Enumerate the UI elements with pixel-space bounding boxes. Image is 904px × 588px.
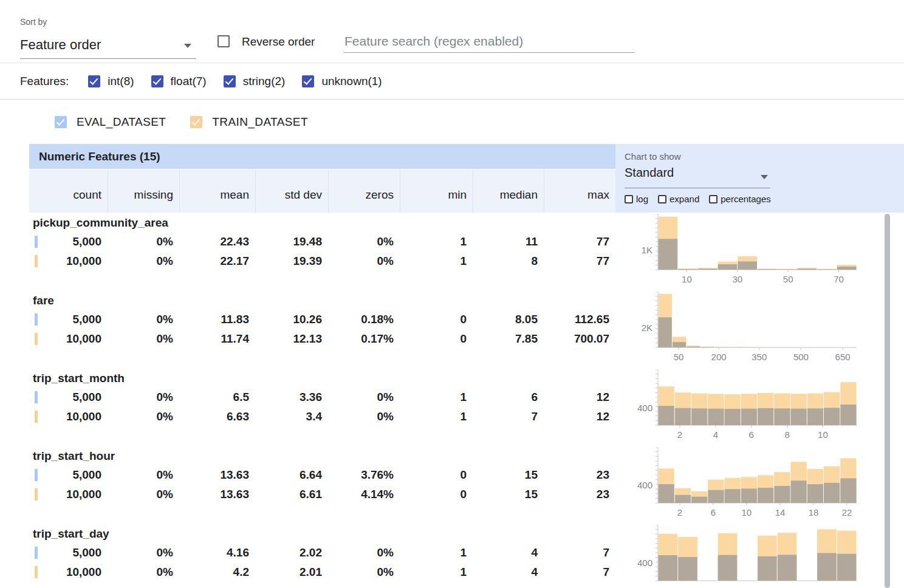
feature-block: trip_start_hour5,0000%13.636.643.76%0152… bbox=[29, 447, 615, 504]
cell-median: 8 bbox=[473, 255, 544, 268]
column-header-max: max bbox=[544, 169, 615, 213]
cell-count: 10,000 bbox=[29, 488, 108, 501]
feature-histogram: 2K50200350500650 bbox=[615, 292, 904, 369]
cell-count: 5,000 bbox=[29, 468, 108, 482]
histogram-svg: 1K10305070 bbox=[615, 214, 857, 287]
cell-zeros: 0.17% bbox=[328, 332, 400, 346]
svg-text:400: 400 bbox=[637, 403, 652, 413]
cell-missing: 0% bbox=[108, 566, 179, 579]
feature-type-label: unknown(1) bbox=[321, 75, 382, 88]
cell-max: 12 bbox=[544, 391, 615, 404]
cell-zeros: 3.76% bbox=[328, 468, 400, 482]
cell-zeros: 0.18% bbox=[328, 313, 400, 326]
expand-checkbox[interactable] bbox=[658, 195, 666, 203]
train-dataset-marker bbox=[35, 411, 38, 423]
cell-std-dev: 2.01 bbox=[255, 566, 328, 579]
cell-zeros: 0% bbox=[328, 546, 400, 559]
cell-std-dev: 6.64 bbox=[255, 468, 328, 482]
feature-type-checkbox[interactable] bbox=[88, 75, 100, 87]
cell-max: 7 bbox=[544, 546, 615, 559]
svg-text:50: 50 bbox=[783, 274, 793, 284]
svg-text:18: 18 bbox=[809, 507, 819, 518]
feature-type-checkbox[interactable] bbox=[151, 75, 163, 87]
svg-text:6: 6 bbox=[711, 507, 716, 518]
toolbar: Sort by Feature order Reverse order bbox=[0, 0, 904, 63]
numeric-features-table: Numeric Features (15) countmissingmeanst… bbox=[29, 144, 904, 588]
table-row: 10,0000%13.636.614.14%01523 bbox=[29, 485, 615, 504]
svg-text:2K: 2K bbox=[642, 323, 652, 333]
cell-mean: 13.63 bbox=[179, 468, 255, 482]
table-row: 5,0000%6.53.360%1612 bbox=[29, 388, 615, 407]
feature-type-item: string(2) bbox=[224, 75, 286, 88]
cell-min: 1 bbox=[400, 546, 473, 559]
column-header-median: median bbox=[473, 169, 544, 213]
percentages-checkbox[interactable] bbox=[709, 195, 717, 203]
cell-median: 4 bbox=[473, 546, 544, 559]
dataset-legend-item: EVAL_DATASET bbox=[55, 115, 166, 129]
column-header-std-dev: std dev bbox=[255, 169, 328, 213]
cell-max: 112.65 bbox=[544, 313, 615, 326]
cell-count: 10,000 bbox=[29, 255, 108, 268]
eval-dataset-marker bbox=[35, 547, 38, 559]
sort-by-value: Feature order bbox=[20, 37, 101, 52]
histogram-svg: 2K50200350500650 bbox=[615, 292, 857, 364]
cell-min: 0 bbox=[400, 468, 473, 482]
cell-mean: 13.63 bbox=[179, 488, 255, 501]
chart-to-show-label: Chart to show bbox=[625, 151, 681, 162]
charts-column: 1K103050702K5020035050065040024681040026… bbox=[615, 213, 904, 588]
cell-std-dev: 10.26 bbox=[255, 313, 328, 326]
dataset-checkbox[interactable] bbox=[55, 116, 67, 128]
cell-max: 77 bbox=[544, 255, 615, 268]
numeric-features-header: Numeric Features (15) bbox=[29, 144, 615, 169]
feature-type-checkbox[interactable] bbox=[224, 75, 236, 87]
feature-type-label: string(2) bbox=[243, 75, 286, 88]
feature-type-label: int(8) bbox=[108, 75, 134, 88]
chart-option-expand: expand bbox=[658, 194, 699, 204]
svg-text:4: 4 bbox=[713, 429, 718, 440]
train-dataset-marker bbox=[35, 333, 38, 345]
cell-missing: 0% bbox=[108, 468, 179, 482]
chart-type-select[interactable]: Standard bbox=[625, 166, 770, 188]
chevron-down-icon bbox=[761, 175, 768, 179]
cell-min: 1 bbox=[400, 235, 473, 248]
feature-name: trip_start_month bbox=[29, 369, 615, 388]
feature-histogram: 400246810 bbox=[615, 369, 904, 447]
eval-dataset-marker bbox=[35, 236, 38, 248]
histogram-svg: 4002610141822 bbox=[615, 447, 857, 520]
cell-max: 700.07 bbox=[544, 332, 615, 346]
cell-count: 5,000 bbox=[29, 313, 108, 326]
dataset-checkbox[interactable] bbox=[190, 116, 202, 128]
cell-missing: 0% bbox=[108, 255, 179, 268]
svg-text:2: 2 bbox=[677, 507, 682, 518]
log-checkbox[interactable] bbox=[625, 195, 633, 203]
column-header-count: count bbox=[29, 169, 108, 213]
svg-text:2: 2 bbox=[677, 429, 682, 440]
cell-median: 15 bbox=[473, 488, 544, 501]
feature-histogram: 4002610141822 bbox=[615, 447, 904, 525]
cell-zeros: 0% bbox=[328, 566, 400, 579]
cell-zeros: 0% bbox=[328, 255, 400, 268]
cell-median: 7 bbox=[473, 410, 544, 423]
cell-count: 10,000 bbox=[29, 410, 108, 423]
feature-search-input[interactable] bbox=[343, 30, 635, 53]
table-row: 5,0000%4.162.020%147 bbox=[29, 543, 615, 562]
svg-text:200: 200 bbox=[711, 352, 727, 362]
svg-text:500: 500 bbox=[793, 352, 809, 362]
cell-count: 5,000 bbox=[29, 546, 108, 559]
feature-block: fare5,0000%11.8310.260.18%08.05112.6510,… bbox=[29, 292, 615, 349]
dataset-legend-item: TRAIN_DATASET bbox=[190, 115, 308, 129]
svg-text:10: 10 bbox=[741, 507, 752, 518]
feature-type-checkbox[interactable] bbox=[302, 75, 314, 87]
feature-type-checkbox-group: int(8)float(7)string(2)unknown(1) bbox=[88, 75, 382, 88]
cell-max: 77 bbox=[544, 235, 615, 248]
reverse-order-checkbox[interactable] bbox=[217, 35, 230, 47]
svg-text:70: 70 bbox=[834, 274, 844, 284]
svg-text:30: 30 bbox=[732, 274, 742, 284]
cell-mean: 11.74 bbox=[179, 332, 255, 346]
chart-controls: Chart to show Standard logexpandpercenta… bbox=[615, 144, 904, 213]
vertical-scrollbar[interactable] bbox=[885, 214, 890, 588]
cell-max: 23 bbox=[544, 488, 615, 501]
sort-by-select[interactable]: Feature order bbox=[20, 33, 196, 59]
cell-missing: 0% bbox=[108, 410, 179, 423]
svg-text:6: 6 bbox=[749, 429, 754, 440]
